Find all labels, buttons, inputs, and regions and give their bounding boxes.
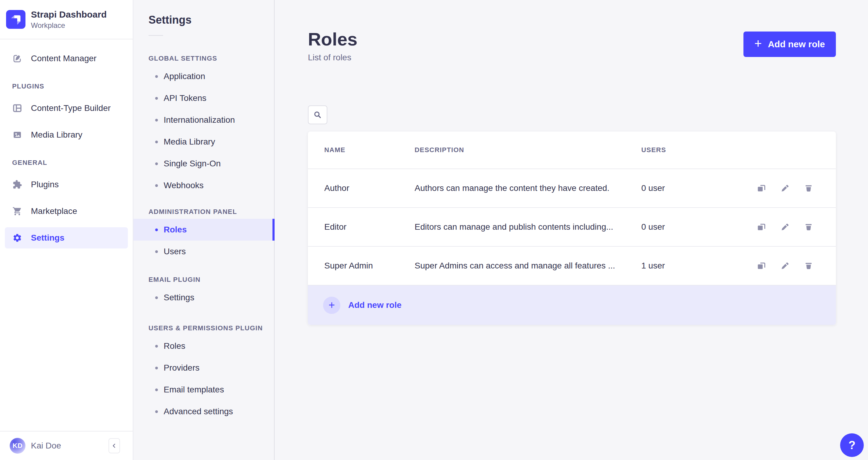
- sidebar-item-marketplace[interactable]: Marketplace: [5, 201, 128, 222]
- duplicate-role-button[interactable]: [756, 260, 767, 271]
- workspace-name: Workplace: [31, 21, 107, 30]
- subnav-section-email-plugin: EMAIL PLUGIN Settings: [133, 276, 274, 308]
- role-name: Author: [324, 183, 414, 193]
- subnav-item-admin-roles[interactable]: Roles: [133, 219, 274, 241]
- row-actions: [750, 221, 814, 233]
- gear-icon: [12, 233, 23, 243]
- sidebar-item-label: Content Manager: [31, 54, 96, 63]
- subnav-item-application[interactable]: Application: [133, 65, 274, 87]
- bullet-icon: [155, 389, 158, 391]
- sidebar-item-label: Plugins: [31, 180, 59, 189]
- bullet-icon: [155, 228, 158, 231]
- sidebar-item-plugins[interactable]: Plugins: [5, 174, 128, 195]
- bullet-icon: [155, 162, 158, 165]
- media-library-icon: [12, 130, 23, 140]
- content-manager-icon: [12, 53, 23, 64]
- search-icon: [313, 110, 322, 119]
- subnav-section-label: EMAIL PLUGIN: [149, 276, 274, 284]
- role-users-count: 1 user: [641, 261, 750, 271]
- brand-text: Strapi Dashboard Workplace: [31, 9, 107, 30]
- avatar-initials: KD: [13, 442, 23, 450]
- role-users-count: 0 user: [641, 183, 750, 193]
- plus-icon: +: [754, 37, 762, 50]
- delete-role-button[interactable]: [803, 260, 814, 271]
- subnav-item-api-tokens[interactable]: API Tokens: [133, 87, 274, 109]
- sidebar-item-label: Content-Type Builder: [31, 103, 111, 113]
- roles-table: NAME DESCRIPTION USERS Author Authors ca…: [308, 131, 836, 325]
- sidebar-item-settings[interactable]: Settings: [5, 227, 128, 248]
- sidebar-item-content-manager[interactable]: Content Manager: [5, 48, 128, 69]
- subnav-section-users-permissions-plugin: USERS & PERMISSIONS PLUGIN Roles Provide…: [133, 324, 274, 422]
- divider: [149, 35, 163, 36]
- column-header-description: DESCRIPTION: [414, 146, 641, 154]
- search-button[interactable]: [308, 105, 327, 124]
- user-name: Kai Doe: [31, 441, 61, 451]
- subnav-item-up-email-templates[interactable]: Email templates: [133, 379, 274, 401]
- column-header-name: NAME: [324, 146, 414, 154]
- duplicate-role-button[interactable]: [756, 221, 767, 233]
- page-header: Roles List of roles + Add new role: [308, 0, 836, 62]
- role-users-count: 0 user: [641, 222, 750, 232]
- subnav-item-media-library[interactable]: Media Library: [133, 131, 274, 153]
- bullet-icon: [155, 119, 158, 122]
- subnav-title: Settings: [149, 14, 274, 26]
- user-profile-area[interactable]: KD Kai Doe: [0, 431, 133, 460]
- sidebar-item-media-library[interactable]: Media Library: [5, 124, 128, 146]
- duplicate-role-button[interactable]: [756, 183, 767, 194]
- subnav-item-up-advanced-settings[interactable]: Advanced settings: [133, 401, 274, 422]
- table-add-new-role-row[interactable]: + Add new role: [308, 285, 836, 325]
- sidebar-nav: Content Manager PLUGINS Content-Type Bui…: [0, 39, 133, 431]
- role-description: Authors can manage the content they have…: [414, 183, 641, 193]
- bullet-icon: [155, 141, 158, 143]
- column-header-users: USERS: [641, 146, 750, 154]
- subnav-item-admin-users[interactable]: Users: [133, 241, 274, 263]
- subnav-item-up-roles[interactable]: Roles: [133, 335, 274, 357]
- subnav-section-label: GLOBAL SETTINGS: [149, 55, 274, 62]
- sidebar-section-general: GENERAL: [12, 159, 128, 167]
- delete-role-button[interactable]: [803, 221, 814, 233]
- content-type-builder-icon: [12, 103, 23, 113]
- table-row[interactable]: Author Authors can manage the content th…: [308, 168, 836, 207]
- edit-role-button[interactable]: [779, 183, 790, 194]
- sidebar-section-plugins: PLUGINS: [12, 83, 128, 90]
- bullet-icon: [155, 296, 158, 299]
- avatar: KD: [10, 438, 26, 454]
- page-subtitle: List of roles: [308, 53, 357, 62]
- row-actions: [750, 183, 814, 194]
- subnav-section-label: USERS & PERMISSIONS PLUGIN: [149, 324, 274, 332]
- strapi-admin-app: Strapi Dashboard Workplace Content Manag…: [0, 0, 868, 460]
- table-row[interactable]: Super Admin Super Admins can access and …: [308, 246, 836, 285]
- page-title-block: Roles List of roles: [308, 29, 357, 62]
- help-button[interactable]: ?: [840, 433, 864, 457]
- brand-name: Strapi Dashboard: [31, 9, 107, 20]
- subnav-section-global-settings: GLOBAL SETTINGS Application API Tokens I…: [133, 55, 274, 196]
- subnav-item-email-settings[interactable]: Settings: [133, 287, 274, 308]
- subnav-item-up-providers[interactable]: Providers: [133, 357, 274, 379]
- table-header-row: NAME DESCRIPTION USERS: [308, 131, 836, 168]
- subnav-section-administration-panel: ADMINISTRATION PANEL Roles Users: [133, 208, 274, 263]
- sidebar-item-label: Settings: [31, 233, 64, 243]
- settings-subnav: Settings GLOBAL SETTINGS Application API…: [133, 0, 275, 460]
- subnav-item-single-sign-on[interactable]: Single Sign-On: [133, 153, 274, 175]
- edit-role-button[interactable]: [779, 260, 790, 271]
- puzzle-icon: [12, 179, 23, 190]
- strapi-logo-icon: [6, 10, 26, 29]
- table-row[interactable]: Editor Editors can manage and publish co…: [308, 207, 836, 246]
- question-mark-icon: ?: [848, 439, 855, 452]
- role-description: Super Admins can access and manage all f…: [414, 261, 641, 271]
- sidebar-item-content-type-builder[interactable]: Content-Type Builder: [5, 98, 128, 119]
- role-description: Editors can manage and publish contents …: [414, 222, 641, 232]
- row-actions: [750, 260, 814, 271]
- edit-role-button[interactable]: [779, 221, 790, 233]
- role-name: Super Admin: [324, 261, 414, 271]
- subnav-item-internationalization[interactable]: Internationalization: [133, 109, 274, 131]
- chevron-left-icon: [111, 442, 118, 449]
- workspace-switcher[interactable]: Strapi Dashboard Workplace: [0, 0, 133, 39]
- delete-role-button[interactable]: [803, 183, 814, 194]
- bullet-icon: [155, 184, 158, 187]
- collapse-sidebar-button[interactable]: [108, 438, 120, 453]
- add-new-role-button[interactable]: + Add new role: [743, 32, 836, 57]
- subnav-item-webhooks[interactable]: Webhooks: [133, 175, 274, 196]
- cart-icon: [12, 206, 23, 216]
- bullet-icon: [155, 97, 158, 100]
